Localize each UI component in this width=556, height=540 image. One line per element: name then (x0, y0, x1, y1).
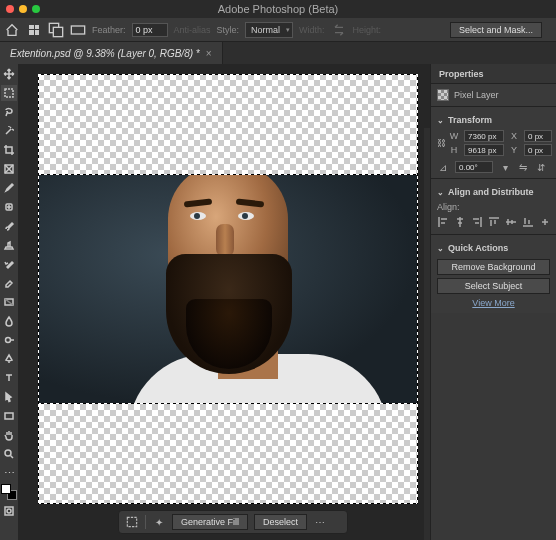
quick-actions-header[interactable]: ⌄ Quick Actions (437, 240, 550, 256)
rectangle-tool[interactable] (1, 408, 17, 424)
align-right-icon[interactable] (471, 215, 483, 229)
svg-rect-12 (127, 517, 136, 526)
traffic-lights (6, 5, 40, 13)
align-hcenter-icon[interactable] (454, 215, 466, 229)
select-and-mask-button[interactable]: Select and Mask... (450, 22, 542, 38)
clone-stamp-tool[interactable] (1, 237, 17, 253)
document-tab-title: Extention.psd @ 9.38% (Layer 0, RGB/8) * (10, 48, 200, 59)
genfill-sparkle-icon: ✦ (152, 515, 166, 529)
fixed-width-label: Width: (299, 25, 325, 35)
dodge-tool[interactable] (1, 332, 17, 348)
selection-marquee (38, 74, 418, 75)
flip-vertical-icon[interactable]: ⇵ (535, 161, 547, 173)
hand-tool[interactable] (1, 427, 17, 443)
transparent-area-bottom (38, 404, 418, 504)
gradient-tool[interactable] (1, 294, 17, 310)
selection-mode-subtract-icon[interactable] (70, 22, 86, 38)
selection-marquee (38, 503, 418, 504)
svg-rect-10 (5, 507, 13, 515)
align-section-header[interactable]: ⌄ Align and Distribute (437, 184, 550, 200)
healing-brush-tool[interactable] (1, 199, 17, 215)
width-input[interactable]: 7360 px (464, 130, 504, 142)
document-tab[interactable]: Extention.psd @ 9.38% (Layer 0, RGB/8) *… (0, 42, 223, 64)
path-selection-tool[interactable] (1, 389, 17, 405)
minimize-window-button[interactable] (19, 5, 27, 13)
align-more-icon[interactable] (539, 215, 551, 229)
eyedropper-tool[interactable] (1, 180, 17, 196)
selection-marquee (38, 403, 418, 404)
svg-rect-3 (5, 89, 13, 97)
document-canvas[interactable] (38, 74, 418, 504)
crop-tool[interactable] (1, 142, 17, 158)
feather-input[interactable]: 0 px (132, 23, 168, 37)
pen-tool[interactable] (1, 351, 17, 367)
deselect-button[interactable]: Deselect (254, 514, 307, 530)
canvas-area[interactable]: ✦ Generative Fill Deselect ⋯ (18, 64, 430, 540)
svg-point-11 (7, 509, 11, 513)
maximize-window-button[interactable] (32, 5, 40, 13)
move-tool[interactable] (1, 66, 17, 82)
align-sublabel: Align: (437, 202, 550, 212)
angle-input[interactable]: 0.00° (455, 161, 493, 173)
eraser-tool[interactable] (1, 275, 17, 291)
chevron-down-icon: ⌄ (437, 188, 444, 197)
style-select[interactable]: Normal (245, 22, 293, 38)
link-wh-icon[interactable]: ⛓ (437, 134, 446, 152)
frame-tool[interactable] (1, 161, 17, 177)
svg-point-7 (6, 338, 11, 343)
align-label: Align and Distribute (448, 187, 534, 197)
align-bottom-icon[interactable] (522, 215, 534, 229)
style-value: Normal (251, 25, 280, 35)
options-bar: Feather: 0 px Anti-alias Style: Normal W… (0, 18, 556, 42)
fixed-height-label: Height: (353, 25, 382, 35)
selection-marquee (38, 74, 39, 504)
remove-background-button[interactable]: Remove Background (437, 259, 550, 275)
antialias-checkbox-label: Anti-alias (174, 25, 211, 35)
flip-horizontal-icon[interactable]: ⇋ (517, 161, 529, 173)
svg-rect-2 (71, 26, 84, 34)
selection-marquee (38, 174, 418, 175)
selection-indicator-icon (125, 515, 139, 529)
angle-dropdown-icon[interactable]: ▾ (499, 161, 511, 173)
svg-point-9 (5, 450, 11, 456)
tools-panel: ⋯ (0, 64, 18, 540)
transparent-area-top (38, 74, 418, 174)
contextual-task-bar[interactable]: ✦ Generative Fill Deselect ⋯ (118, 510, 348, 534)
align-vcenter-icon[interactable] (505, 215, 517, 229)
brush-tool[interactable] (1, 218, 17, 234)
home-icon[interactable] (4, 22, 20, 38)
swap-wh-icon (331, 22, 347, 38)
y-label: Y (508, 145, 520, 155)
marquee-tool[interactable] (1, 85, 17, 101)
history-brush-tool[interactable] (1, 256, 17, 272)
y-input[interactable]: 0 px (524, 144, 552, 156)
blur-tool[interactable] (1, 313, 17, 329)
selection-mode-new-icon[interactable] (26, 22, 42, 38)
height-input[interactable]: 9618 px (464, 144, 504, 156)
transform-section-header[interactable]: ⌄ Transform (437, 112, 550, 128)
quick-mask-toggle[interactable] (1, 503, 17, 519)
selection-mode-add-icon[interactable] (48, 22, 64, 38)
align-left-icon[interactable] (437, 215, 449, 229)
chevron-down-icon: ⌄ (437, 116, 444, 125)
magic-wand-tool[interactable] (1, 123, 17, 139)
properties-panel-tab[interactable]: Properties (431, 64, 556, 84)
color-swatches[interactable] (1, 484, 17, 500)
window-titlebar: Adobe Photoshop (Beta) (0, 0, 556, 18)
view-more-link[interactable]: View More (437, 298, 550, 308)
layer-type-label: Pixel Layer (454, 90, 499, 100)
angle-icon: ⊿ (437, 161, 449, 173)
close-window-button[interactable] (6, 5, 14, 13)
align-top-icon[interactable] (488, 215, 500, 229)
document-tab-bar: Extention.psd @ 9.38% (Layer 0, RGB/8) *… (0, 42, 556, 64)
generative-fill-button[interactable]: Generative Fill (172, 514, 248, 530)
lasso-tool[interactable] (1, 104, 17, 120)
edit-toolbar-icon[interactable]: ⋯ (1, 465, 17, 481)
type-tool[interactable] (1, 370, 17, 386)
select-subject-button[interactable]: Select Subject (437, 278, 550, 294)
close-tab-icon[interactable]: × (206, 48, 212, 59)
zoom-tool[interactable] (1, 446, 17, 462)
quick-actions-label: Quick Actions (448, 243, 508, 253)
more-options-icon[interactable]: ⋯ (313, 515, 327, 529)
x-input[interactable]: 0 px (524, 130, 552, 142)
